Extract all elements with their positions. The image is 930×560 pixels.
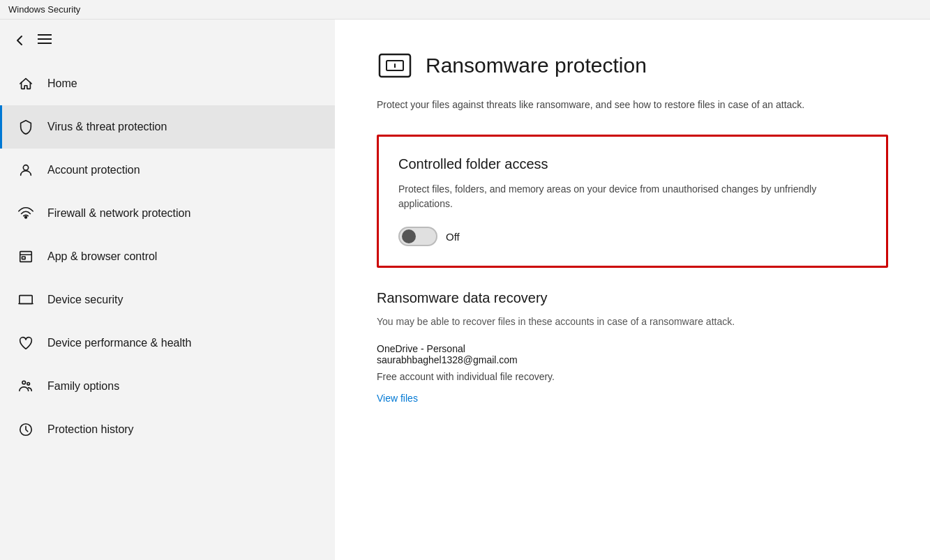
app-body: Home Virus & threat protection (0, 20, 930, 560)
clock-icon (17, 421, 35, 439)
app-title: Windows Security (8, 4, 80, 15)
toggle-track (398, 227, 437, 246)
account-name: OneDrive - Personal (377, 343, 888, 354)
person-icon (17, 161, 35, 179)
recovery-description: You may be able to recover files in thes… (377, 315, 888, 329)
wifi-icon (17, 204, 35, 222)
sidebar-item-appbrowser-label: App & browser control (47, 250, 157, 263)
sidebar-nav: Home Virus & threat protection (0, 62, 335, 451)
page-description: Protect your files against threats like … (377, 98, 888, 112)
sidebar-item-account[interactable]: Account protection (0, 149, 335, 192)
sidebar: Home Virus & threat protection (0, 20, 335, 560)
svg-point-3 (23, 165, 28, 170)
toggle-row: Off (398, 227, 867, 246)
heart-icon (17, 334, 35, 352)
sidebar-item-devicehealth[interactable]: Device performance & health (0, 321, 335, 365)
cfa-title: Controlled folder access (398, 156, 867, 172)
svg-rect-1 (38, 38, 52, 40)
sidebar-item-home-label: Home (47, 77, 77, 90)
svg-point-8 (22, 381, 26, 384)
toggle-thumb (402, 229, 416, 243)
ransomware-icon (377, 47, 413, 84)
svg-point-13 (394, 66, 396, 68)
svg-point-4 (25, 216, 27, 218)
recovery-section: Ransomware data recovery You may be able… (377, 290, 888, 404)
family-icon (17, 377, 35, 395)
recovery-title: Ransomware data recovery (377, 290, 888, 306)
svg-rect-0 (38, 34, 52, 36)
page-header: Ransomware protection (377, 47, 888, 84)
cfa-card: Controlled folder access Protect files, … (377, 135, 888, 268)
browser-icon (17, 248, 35, 266)
account-info: Free account with individual file recove… (377, 371, 888, 382)
sidebar-item-devicesecurity-label: Device security (47, 294, 123, 306)
shield-icon (17, 118, 35, 136)
sidebar-top (0, 20, 335, 55)
sidebar-item-account-label: Account protection (47, 164, 140, 176)
sidebar-item-virus[interactable]: Virus & threat protection (0, 105, 335, 149)
cfa-toggle[interactable] (398, 227, 437, 246)
page-title: Ransomware protection (426, 54, 647, 77)
view-files-link[interactable]: View files (377, 393, 418, 404)
sidebar-item-history[interactable]: Protection history (0, 408, 335, 451)
home-icon (17, 75, 35, 93)
account-email: saurabhbaghel1328@gmail.com (377, 354, 888, 365)
sidebar-item-home[interactable]: Home (0, 62, 335, 105)
svg-rect-7 (20, 296, 32, 304)
svg-point-9 (27, 383, 30, 386)
back-button[interactable] (13, 33, 27, 47)
title-bar: Windows Security (0, 0, 930, 20)
sidebar-item-family[interactable]: Family options (0, 365, 335, 408)
main-content: Ransomware protection Protect your files… (335, 20, 930, 560)
sidebar-item-appbrowser[interactable]: App & browser control (0, 235, 335, 278)
sidebar-item-family-label: Family options (47, 380, 119, 393)
recovery-account: OneDrive - Personal saurabhbaghel1328@gm… (377, 343, 888, 365)
sidebar-item-devicesecurity[interactable]: Device security (0, 278, 335, 321)
menu-icon[interactable] (38, 32, 52, 50)
sidebar-item-devicehealth-label: Device performance & health (47, 337, 191, 349)
svg-rect-6 (22, 257, 26, 259)
toggle-state-label: Off (446, 231, 460, 243)
cfa-description: Protect files, folders, and memory areas… (398, 182, 867, 211)
laptop-icon (17, 291, 35, 309)
svg-rect-2 (38, 43, 52, 44)
sidebar-item-firewall-label: Firewall & network protection (47, 207, 190, 220)
sidebar-item-virus-label: Virus & threat protection (47, 121, 167, 133)
sidebar-item-history-label: Protection history (47, 423, 134, 436)
sidebar-item-firewall[interactable]: Firewall & network protection (0, 192, 335, 235)
